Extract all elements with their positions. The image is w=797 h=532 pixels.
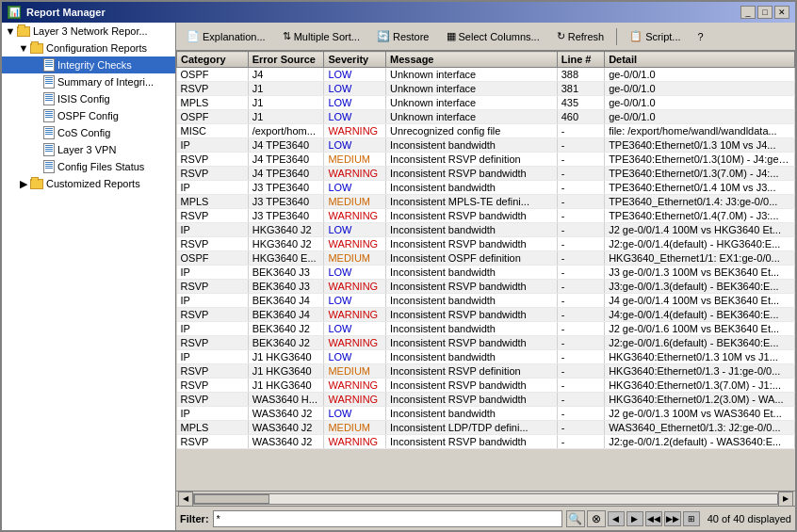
table-cell: IP — [177, 266, 249, 280]
table-cell: RSVP — [177, 153, 249, 167]
table-cell: J4 ge-0/0/1.4 100M vs BEK3640 Et... — [605, 294, 795, 308]
hscroll-thumb[interactable] — [194, 494, 269, 504]
table-row[interactable]: RSVPJ4 TPE3640MEDIUMInconsistent RSVP de… — [177, 153, 795, 167]
table-row[interactable]: RSVPHKG3640 J2WARNINGInconsistent RSVP b… — [177, 237, 795, 251]
maximize-button[interactable]: □ — [757, 6, 773, 19]
filter-search-button[interactable]: 🔍 — [566, 510, 585, 527]
table-row[interactable]: RSVPBEK3640 J2WARNINGInconsistent RSVP b… — [177, 336, 795, 350]
col-detail[interactable]: Detail — [605, 52, 795, 68]
restore-button[interactable]: 🔄 Restore — [370, 26, 436, 47]
table-row[interactable]: RSVPJ4 TPE3640WARNINGInconsistent RSVP b… — [177, 167, 795, 181]
table-row[interactable]: IPJ4 TPE3640LOWInconsistent bandwidth-TP… — [177, 138, 795, 153]
nav-next-button[interactable]: ▶ — [626, 511, 643, 526]
sidebar-item-config-files-status[interactable]: Config Files Status — [2, 158, 175, 175]
minimize-button[interactable]: _ — [740, 6, 756, 19]
sidebar-item-config-reports[interactable]: ▼ Configuration Reports — [2, 40, 175, 56]
table-row[interactable]: RSVPJ3 TPE3640WARNINGInconsistent RSVP b… — [177, 209, 795, 223]
sidebar-item-integrity-checks[interactable]: Integrity Checks — [2, 56, 175, 73]
table-cell: IP — [177, 223, 249, 237]
scroll-left-button[interactable]: ◀ — [178, 492, 193, 507]
refresh-button[interactable]: ↻ Refresh — [550, 26, 611, 47]
table-cell: J3 TPE3640 — [248, 181, 324, 195]
table-cell: LOW — [324, 407, 386, 421]
table-cell: BEK3640 J3 — [248, 280, 324, 294]
table-scroll[interactable]: Category Error Source Severity Message L… — [176, 51, 795, 491]
col-line-num[interactable]: Line # — [557, 52, 604, 68]
expand-icon-layer3[interactable]: ▼ — [4, 24, 17, 38]
table-cell: HKG3640:Ethernet0/1.3 - J1:ge-0/0... — [605, 364, 795, 379]
script-button[interactable]: 📋 Script... — [623, 26, 687, 47]
table-row[interactable]: RSVPBEK3640 J3WARNINGInconsistent RSVP b… — [177, 280, 795, 294]
table-row[interactable]: RSVPWAS3640 H...WARNINGInconsistent RSVP… — [177, 393, 795, 407]
nav-extra-button[interactable]: ⊞ — [683, 511, 700, 526]
table-cell: - — [557, 195, 604, 209]
help-button[interactable]: ? — [691, 26, 710, 47]
table-cell: J2:ge-0/0/1.4(default) - HKG3640:E... — [605, 237, 795, 251]
table-cell: - — [557, 124, 604, 138]
table-row[interactable]: MPLSWAS3640 J2MEDIUMInconsistent LDP/TDP… — [177, 421, 795, 435]
table-row[interactable]: RSVPBEK3640 J4WARNINGInconsistent RSVP b… — [177, 308, 795, 322]
sidebar-item-layer3-vpn[interactable]: Layer 3 VPN — [2, 141, 175, 158]
table-row[interactable]: IPWAS3640 J2LOWInconsistent bandwidth-J2… — [177, 407, 795, 421]
table-row[interactable]: IPHKG3640 J2LOWInconsistent bandwidth-J2… — [177, 223, 795, 237]
table-cell: ge-0/0/1.0 — [605, 110, 795, 124]
table-cell: ge-0/0/1.0 — [605, 82, 795, 96]
table-row[interactable]: OSPFJ4LOWUnknown interface388ge-0/0/1.0 — [177, 68, 795, 82]
col-message[interactable]: Message — [386, 52, 558, 68]
table-row[interactable]: RSVPWAS3640 J2WARNINGInconsistent RSVP b… — [177, 435, 795, 449]
col-category[interactable]: Category — [177, 52, 249, 68]
table-row[interactable]: RSVPJ1 HKG3640WARNINGInconsistent RSVP b… — [177, 379, 795, 393]
filter-clear-button[interactable]: ⊗ — [587, 510, 606, 527]
table-row[interactable]: RSVPJ1LOWUnknown interface381ge-0/0/1.0 — [177, 82, 795, 96]
col-severity[interactable]: Severity — [324, 52, 386, 68]
table-row[interactable]: IPBEK3640 J2LOWInconsistent bandwidth-J2… — [177, 322, 795, 336]
horizontal-scrollbar[interactable]: ◀ ▶ — [176, 491, 795, 506]
table-cell: MPLS — [177, 195, 249, 209]
data-table: Category Error Source Severity Message L… — [176, 51, 795, 449]
table-row[interactable]: OSPFHKG3640 E...MEDIUMInconsistent OSPF … — [177, 251, 795, 266]
filter-label: Filter: — [180, 513, 209, 524]
sidebar-item-layer3[interactable]: ▼ Layer 3 Network Repor... — [2, 23, 175, 40]
window-title: Report Manager — [26, 7, 106, 18]
table-row[interactable]: IPJ3 TPE3640LOWInconsistent bandwidth-TP… — [177, 181, 795, 195]
scroll-right-button[interactable]: ▶ — [778, 492, 793, 507]
nav-last-button[interactable]: ▶▶ — [664, 511, 681, 526]
sidebar-item-cos-config[interactable]: CoS Config — [2, 124, 175, 141]
filter-bar: Filter: 🔍 ⊗ ◀ ▶ ◀◀ ▶▶ ⊞ 40 of 40 display… — [176, 506, 795, 530]
table-cell: TPE3640_Ethernet0/1.4: J3:ge-0/0... — [605, 195, 795, 209]
table-cell: LOW — [324, 223, 386, 237]
table-cell: J4:ge-0/0/1.4(default) - BEK3640:E... — [605, 308, 795, 322]
table-header-row: Category Error Source Severity Message L… — [177, 52, 795, 68]
table-row[interactable]: MPLSJ3 TPE3640MEDIUMInconsistent MPLS-TE… — [177, 195, 795, 209]
table-cell: Inconsistent bandwidth — [386, 294, 558, 308]
table-cell: J4 TPE3640 — [248, 167, 324, 181]
sidebar-item-summary-integrity[interactable]: Summary of Integri... — [2, 73, 175, 90]
sidebar-item-customized-reports[interactable]: ▶ Customized Reports — [2, 175, 175, 192]
table-cell: file: /export/home/wandl/wandldata... — [605, 124, 795, 138]
multiple-sort-button[interactable]: ⇅ Multiple Sort... — [276, 26, 366, 47]
nav-prev-button[interactable]: ◀ — [608, 511, 625, 526]
expand-icon-config[interactable]: ▼ — [17, 41, 30, 55]
table-row[interactable]: OSPFJ1LOWUnknown interface460ge-0/0/1.0 — [177, 110, 795, 124]
select-columns-button[interactable]: ▦ Select Columns... — [440, 26, 546, 47]
nav-first-button[interactable]: ◀◀ — [645, 511, 662, 526]
table-cell: RSVP — [177, 167, 249, 181]
sidebar-item-ospf-config[interactable]: OSPF Config — [2, 107, 175, 124]
table-cell: Unknown interface — [386, 110, 558, 124]
filter-input[interactable] — [213, 510, 562, 527]
table-row[interactable]: MISC/export/hom...WARNINGUnrecognized co… — [177, 124, 795, 138]
table-cell: TPE3640:Ethernet0/1.3 10M vs J4... — [605, 138, 795, 153]
table-row[interactable]: IPBEK3640 J4LOWInconsistent bandwidth-J4… — [177, 294, 795, 308]
hscroll-track[interactable] — [193, 493, 778, 505]
sidebar-item-isis-config[interactable]: ISIS Config — [2, 90, 175, 107]
table-row[interactable]: MPLSJ1LOWUnknown interface435ge-0/0/1.0 — [177, 96, 795, 110]
close-button[interactable]: ✕ — [774, 6, 789, 19]
table-row[interactable]: RSVPJ1 HKG3640MEDIUMInconsistent RSVP de… — [177, 364, 795, 379]
table-row[interactable]: IPJ1 HKG3640LOWInconsistent bandwidth-HK… — [177, 350, 795, 364]
table-cell: IP — [177, 350, 249, 364]
col-error-source[interactable]: Error Source — [248, 52, 324, 68]
explanation-button[interactable]: 📄 Explanation... — [180, 26, 272, 47]
table-row[interactable]: IPBEK3640 J3LOWInconsistent bandwidth-J3… — [177, 266, 795, 280]
table-cell: BEK3640 J3 — [248, 266, 324, 280]
expand-icon-customized[interactable]: ▶ — [17, 177, 30, 190]
